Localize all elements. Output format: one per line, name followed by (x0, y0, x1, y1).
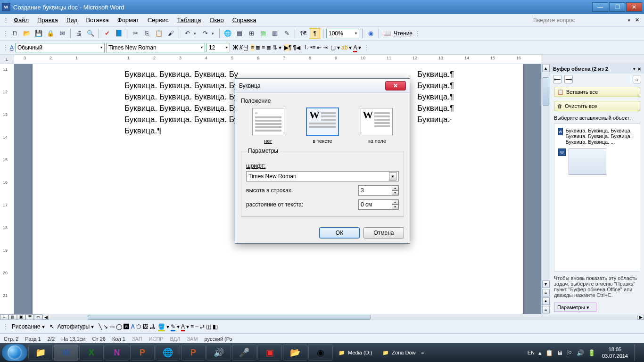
bullets-button[interactable]: •≡ (310, 44, 315, 51)
task-pane-home-button[interactable]: ⌂ (633, 75, 641, 83)
align-justify-button[interactable]: ≣ (266, 44, 271, 51)
status-language[interactable]: русский (Ро (205, 336, 232, 342)
copy-button[interactable]: ⎘ (142, 28, 152, 39)
tray-volume-icon[interactable]: 🔊 (577, 349, 584, 356)
tray-clock[interactable]: 18:05 03.07.2014 (599, 346, 631, 359)
hscroll-track[interactable] (50, 315, 636, 320)
align-center-button[interactable]: ≣ (256, 44, 260, 51)
arrow-tool-button[interactable]: ↘ (103, 323, 108, 330)
menu-view[interactable]: Вид (63, 15, 82, 25)
taskbar-excel[interactable]: X (79, 345, 104, 361)
taskbar-onenote[interactable]: N (105, 345, 129, 361)
spin-up-button[interactable]: ▲ (392, 186, 398, 190)
numbering-button[interactable]: ⒈ (303, 43, 309, 51)
vertical-scrollbar[interactable]: ▲ ▼ ≡ ● ≡ (541, 64, 550, 314)
taskbar-pp2[interactable]: P (181, 345, 206, 361)
style-combo[interactable]: Обычный▾ (15, 43, 105, 52)
oval-tool-button[interactable]: ◯ (116, 323, 122, 330)
tray-up-icon[interactable]: ▴ (538, 349, 542, 356)
position-none-option[interactable]: w нет (251, 107, 285, 145)
decrease-indent-button[interactable]: ⇤ (317, 44, 322, 51)
columns-button[interactable]: ▥ (270, 28, 280, 39)
scroll-thumb[interactable] (543, 77, 549, 106)
taskbar-explorer[interactable]: 📁 (28, 345, 53, 361)
scroll-left-button[interactable]: ◀ (42, 315, 49, 320)
clipboard-items-list[interactable]: W Буквица. Буквица. Буквица. Буквица. Бу… (554, 123, 640, 272)
font-color-dropdown[interactable]: ▾ (358, 44, 361, 51)
spin-up-button[interactable]: ▲ (392, 200, 398, 205)
browse-object-button[interactable]: ● (542, 297, 550, 305)
save-button[interactable]: 💾 (33, 28, 44, 39)
undo-button[interactable]: ↶ (182, 28, 192, 39)
menu-format[interactable]: Формат (114, 15, 143, 25)
show-desktop-button[interactable] (635, 344, 638, 361)
close-button[interactable]: ✕ (626, 2, 642, 12)
borders-dropdown[interactable]: ▾ (337, 44, 340, 51)
taskbar-powerpoint[interactable]: P (130, 345, 155, 361)
line-tool-button[interactable]: ╲ (99, 323, 102, 330)
font-size-combo[interactable]: 12▾ (206, 43, 230, 52)
ltr-button[interactable]: ▶¶ (284, 44, 291, 51)
taskbar-globe[interactable]: 🌐 (156, 345, 180, 361)
bold-button[interactable]: Ж (233, 44, 238, 51)
help-button[interactable]: ◉ (365, 28, 376, 39)
position-inmargin-option[interactable]: W на поле (360, 107, 394, 145)
toolbar-overflow-icon[interactable]: ⋮ (363, 44, 370, 51)
status-trk[interactable]: ИСПР (149, 336, 164, 342)
tray-monitor-icon[interactable]: 🖥 (557, 349, 563, 356)
print-button[interactable]: 🖨 (74, 28, 84, 39)
distance-spinner[interactable]: 0 см ▲▼ (358, 199, 399, 210)
align-right-button[interactable]: ≡ (262, 44, 265, 51)
cut-button[interactable]: ✂ (130, 28, 140, 39)
hscroll-thumb[interactable] (88, 315, 371, 320)
reading-label[interactable]: Чтение (394, 30, 413, 37)
rectangle-tool-button[interactable]: ▭ (109, 323, 115, 330)
tray-lang[interactable]: EN (528, 350, 535, 355)
rtl-button[interactable]: ¶◀ (293, 44, 300, 51)
shadow-button[interactable]: ◫ (206, 323, 211, 330)
web-view-button[interactable]: ▤ (8, 314, 17, 320)
dash-style-button[interactable]: ┈ (195, 323, 198, 330)
scroll-down-button[interactable]: ▼ (542, 280, 550, 288)
task-pane-dropdown-icon[interactable]: ▾ (633, 66, 636, 71)
status-ext[interactable]: ВДЛ (170, 336, 181, 342)
taskbar-mic[interactable]: 🎤 (232, 345, 256, 361)
drawing-button[interactable]: ✎ (281, 28, 292, 39)
italic-button[interactable]: К (239, 44, 243, 51)
task-pane-forward-button[interactable]: ⟶ (564, 75, 573, 83)
3d-button[interactable]: ◧ (213, 323, 218, 330)
print-view-button[interactable]: ▣ (17, 314, 25, 320)
autoshapes-menu[interactable]: Автофигуры ▾ (56, 322, 96, 331)
taskbar-quick-zona[interactable]: 📁Zona Dow (378, 350, 420, 356)
position-intext-option[interactable]: W в тексте (305, 107, 339, 145)
zoom-combo[interactable]: 100%▾ (326, 29, 359, 38)
menu-window[interactable]: Окно (206, 15, 227, 25)
textbox-tool-button[interactable]: 🅰 (124, 323, 129, 330)
font-color-button-2[interactable]: A (181, 323, 185, 330)
taskbar-quick-media[interactable]: 📁Media (D:) (334, 350, 377, 356)
tray-battery-icon[interactable]: 🔋 (588, 349, 595, 356)
borders-button[interactable]: ▢ (330, 44, 336, 51)
insert-table-button[interactable]: ⊞ (246, 28, 256, 39)
hyperlink-button[interactable]: 🌐 (223, 28, 233, 39)
line-color-button[interactable]: ✎ (171, 323, 175, 330)
ok-button[interactable]: ОК (319, 227, 360, 239)
open-button[interactable]: 📂 (22, 28, 32, 39)
spin-down-button[interactable]: ▼ (392, 205, 398, 209)
fontcolor-dropdown[interactable]: ▾ (186, 323, 189, 330)
menu-edit[interactable]: Правка (33, 15, 62, 25)
scroll-up-button[interactable]: ▲ (542, 65, 550, 72)
font-color-button[interactable]: A (353, 44, 357, 51)
lines-spinner[interactable]: 3 ▲▼ (358, 185, 399, 196)
highlight-button[interactable]: ab (341, 44, 347, 51)
task-pane-close-icon[interactable]: ✕ (637, 66, 641, 72)
menubar-close-icon[interactable]: ✕ (633, 17, 641, 23)
wordart-button[interactable]: A (131, 323, 135, 330)
status-ovr[interactable]: ЗАМ (187, 336, 198, 342)
docmap-button[interactable]: 🗺 (298, 28, 308, 39)
maximize-button[interactable]: ❐ (609, 2, 625, 12)
paste-all-button[interactable]: 📋Вставить все (554, 87, 640, 97)
align-left-button[interactable]: ≡ (251, 44, 254, 51)
status-rec[interactable]: ЗАП (132, 336, 142, 342)
menu-insert[interactable]: Вставка (82, 15, 112, 25)
